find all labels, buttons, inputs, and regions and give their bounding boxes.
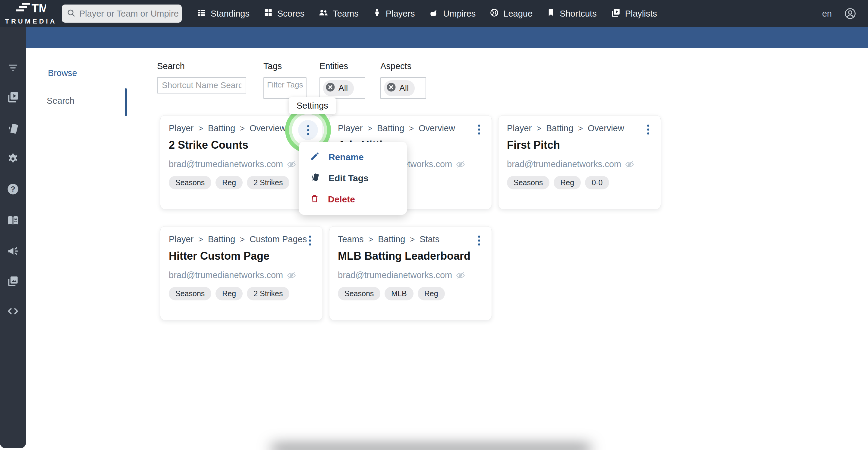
subnav-item-browse[interactable]: Browse — [48, 68, 77, 78]
eye-slash-icon — [456, 159, 465, 169]
breadcrumb: Player Batting Overview — [507, 123, 652, 133]
nav-item-playlists[interactable]: Playlists — [611, 7, 657, 20]
nav-item-league[interactable]: League — [490, 7, 532, 20]
card-context-menu: Rename Edit Tags Delete — [299, 142, 407, 215]
filter-group-tags: Tags — [264, 61, 307, 99]
gear-icon[interactable] — [6, 152, 20, 166]
bookmark-icon — [547, 8, 555, 19]
playlists-icon[interactable] — [6, 90, 20, 104]
tag-pill: 0-0 — [585, 176, 609, 189]
card-settings-kebab-button[interactable] — [471, 122, 487, 137]
card-settings-kebab-button[interactable] — [471, 233, 487, 248]
card-owner: brad@trumedianetworks.com — [338, 270, 483, 280]
trumedia-logo-icon: TM — [16, 2, 46, 17]
nav-item-standings[interactable]: Standings — [197, 7, 250, 20]
nav-item-label: League — [503, 9, 532, 19]
menu-item-rename[interactable]: Rename — [299, 147, 407, 168]
card-owner: brad@trumedianetworks.com — [169, 270, 314, 280]
shortcut-cards-grid: Player Batting Overview 2 Strike Counts … — [160, 115, 678, 320]
book-icon[interactable] — [6, 213, 20, 228]
subnav-item-search[interactable]: Search — [47, 96, 74, 106]
filter-group-search: Search — [157, 61, 246, 93]
filter-label-entities: Entities — [319, 61, 365, 71]
breadcrumb: Player Batting Overview — [169, 123, 314, 133]
card-tags: Seasons Reg 2 Strikes — [169, 176, 314, 189]
menu-item-delete[interactable]: Delete — [299, 189, 407, 210]
teams-icon — [318, 7, 329, 20]
nav-item-label: Playlists — [625, 9, 657, 19]
brand-name: TRUMEDIA — [5, 18, 57, 25]
filter-icon[interactable] — [6, 60, 20, 75]
menu-item-edit-tags[interactable]: Edit Tags — [299, 168, 407, 189]
nav-right: en — [822, 7, 868, 20]
card-title: First Pitch — [507, 139, 652, 151]
tag-pill: Reg — [216, 176, 243, 189]
card-title: Hitter Custom Page — [169, 250, 314, 262]
card-settings-kebab-button[interactable] — [302, 233, 318, 248]
eye-slash-icon — [287, 159, 296, 169]
search-icon — [67, 8, 76, 19]
filter-tags-input[interactable] — [267, 80, 303, 90]
shortcut-card[interactable]: Player Batting Custom Pages Hitter Custo… — [160, 226, 323, 320]
playlists-icon — [611, 7, 621, 20]
pencil-icon — [310, 151, 320, 163]
svg-text:TM: TM — [31, 2, 46, 15]
filter-tags-box[interactable] — [264, 77, 307, 99]
megaphone-icon[interactable] — [6, 244, 20, 258]
tag-pill: 2 Strikes — [247, 287, 289, 300]
card-tags: Seasons Reg 2 Strikes — [169, 287, 314, 300]
tag-pill: 2 Strikes — [247, 176, 289, 189]
primary-nav: Standings Scores Teams — [197, 7, 657, 20]
tag-pill: Reg — [216, 287, 243, 300]
language-selector[interactable]: en — [822, 9, 832, 19]
trash-icon — [310, 193, 319, 205]
tag-pill: MLB — [384, 287, 413, 300]
card-settings-kebab-button[interactable] — [640, 122, 656, 137]
nav-item-teams[interactable]: Teams — [318, 7, 358, 20]
card-settings-kebab-button[interactable] — [298, 120, 318, 140]
chip-label: All — [399, 83, 409, 93]
breadcrumb: Player Batting Overview — [338, 123, 483, 133]
nav-item-shortcuts[interactable]: Shortcuts — [547, 7, 597, 20]
eye-slash-icon — [287, 271, 296, 280]
entities-chip-box[interactable]: All — [319, 77, 365, 99]
shortcut-name-search-input[interactable] — [157, 77, 246, 93]
shortcut-card[interactable]: Teams Batting Stats MLB Batting Leaderbo… — [329, 226, 492, 320]
global-search-input[interactable] — [79, 9, 193, 19]
nav-item-players[interactable]: Players — [373, 7, 415, 20]
images-icon[interactable] — [6, 274, 20, 288]
nav-item-label: Shortcuts — [560, 9, 597, 19]
user-avatar-icon[interactable] — [844, 7, 857, 20]
tag-pill: Seasons — [507, 176, 550, 189]
nav-item-umpires[interactable]: Umpires — [429, 7, 475, 20]
aspects-all-chip[interactable]: All — [384, 80, 415, 96]
nav-item-scores[interactable]: Scores — [264, 7, 304, 20]
remove-chip-icon[interactable] — [325, 82, 336, 94]
tag-pill: Seasons — [169, 176, 211, 189]
nav-item-label: Standings — [211, 9, 250, 19]
menu-item-label: Rename — [329, 152, 364, 162]
card-tags: Seasons Reg 0-0 — [507, 176, 652, 189]
filter-group-entities: Entities All — [319, 61, 365, 99]
tag-icon — [310, 172, 320, 185]
tags-icon[interactable] — [6, 122, 20, 136]
entities-all-chip[interactable]: All — [323, 80, 354, 96]
shortcut-card[interactable]: Player Batting Overview First Pitch brad… — [498, 115, 661, 209]
scores-icon — [264, 8, 273, 20]
code-icon[interactable] — [6, 304, 20, 319]
menu-item-label: Delete — [328, 194, 355, 205]
subnav-active-indicator[interactable] — [125, 88, 127, 116]
tag-pill: Reg — [554, 176, 581, 189]
nav-item-label: Players — [386, 9, 415, 19]
global-search[interactable] — [62, 4, 182, 23]
help-icon[interactable]: ? — [6, 182, 20, 196]
remove-chip-icon[interactable] — [386, 82, 396, 94]
trumedia-logo[interactable]: TM TRUMEDIA — [0, 0, 62, 27]
league-icon — [490, 8, 499, 20]
shortcut-card[interactable]: Player Batting Overview 2 Strike Counts … — [160, 115, 323, 209]
aspects-chip-box[interactable]: All — [380, 77, 426, 99]
umpires-icon — [429, 7, 439, 20]
nav-item-label: Umpires — [443, 9, 475, 19]
nav-item-label: Scores — [277, 9, 304, 19]
players-icon — [373, 8, 381, 19]
